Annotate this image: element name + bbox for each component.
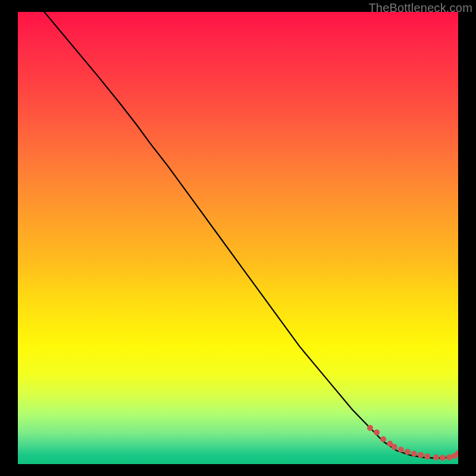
data-point xyxy=(411,451,417,457)
data-point xyxy=(433,455,439,461)
chart-overlay xyxy=(18,12,458,464)
data-point xyxy=(424,453,430,459)
data-point xyxy=(392,444,397,450)
data-point xyxy=(398,447,404,453)
bottleneck-curve xyxy=(44,12,458,458)
data-point xyxy=(367,425,373,431)
data-point xyxy=(380,436,386,442)
data-point xyxy=(405,449,411,455)
marker-group xyxy=(367,425,458,461)
data-point xyxy=(418,452,424,458)
data-point xyxy=(440,455,446,461)
plot-area xyxy=(18,12,458,464)
data-point xyxy=(374,430,380,436)
chart-frame: TheBottleneck.com xyxy=(0,0,476,476)
data-point xyxy=(446,455,452,461)
